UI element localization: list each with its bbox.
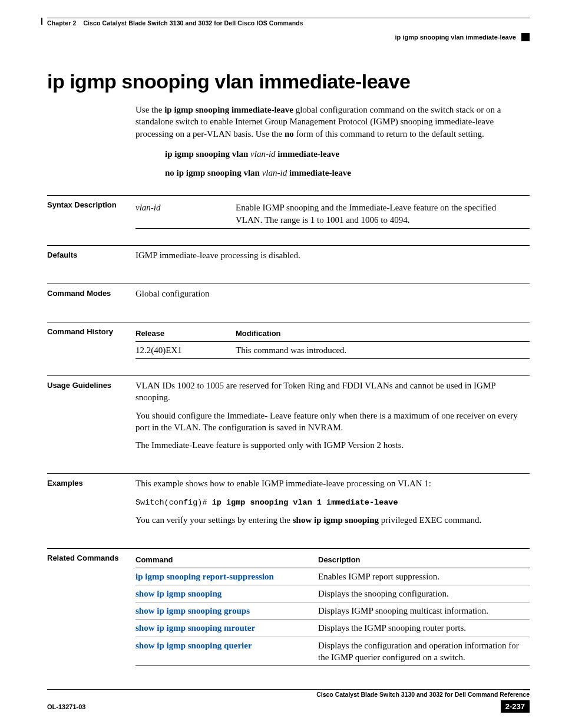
section-syntax-description: Syntax Description vlan-id Enable IGMP s… [47, 195, 530, 229]
section-defaults: Defaults IGMP immediate-leave processing… [47, 245, 530, 267]
section-label: Command Modes [47, 288, 135, 298]
arg-desc: Enable IGMP snooping and the Immediate-L… [236, 199, 530, 228]
section-label: Examples [47, 477, 135, 487]
history-modification: This command was introduced. [236, 341, 530, 358]
page-title: ip igmp snooping vlan immediate-leave [47, 70, 530, 93]
table-row: ip igmp snooping report-suppression Enab… [135, 568, 530, 585]
chapter-header: Chapter 2 Cisco Catalyst Blade Switch 31… [47, 19, 530, 27]
footer-docnum: OL-13271-03 [47, 703, 85, 710]
command-modes-text: Global configuration [135, 288, 530, 299]
example-intro: This example shows how to enable IGMP im… [135, 477, 530, 489]
section-examples: Examples This example shows how to enabl… [47, 473, 530, 532]
intro-paragraph: Use the ip igmp snooping immediate-leave… [135, 104, 530, 140]
related-desc: Displays the configuration and operation… [318, 637, 530, 666]
col-modification: Modification [236, 326, 530, 341]
syntax-no-form: no ip igmp snooping vlan vlan-id immedia… [165, 167, 530, 179]
footer-page-number: 2-237 [501, 700, 530, 713]
col-command: Command [135, 552, 318, 568]
related-desc: Displays the snooping configuration. [318, 585, 530, 602]
related-desc: Displays IGMP snooping multicast informa… [318, 602, 530, 620]
related-desc: Displays the IGMP snooping router ports. [318, 620, 530, 637]
syntax-form: ip igmp snooping vlan vlan-id immediate-… [165, 148, 530, 160]
related-command-link[interactable]: show ip igmp snooping mrouter [135, 623, 255, 633]
usage-p2: You should configure the Immediate- Leav… [135, 410, 530, 434]
usage-p1: VLAN IDs 1002 to 1005 are reserved for T… [135, 380, 530, 404]
section-label: Syntax Description [47, 199, 135, 209]
section-related-commands: Related Commands Command Description ip … [47, 548, 530, 666]
section-label: Usage Guidelines [47, 380, 135, 390]
defaults-text: IGMP immediate-leave processing is disab… [135, 249, 530, 261]
table-row: show ip igmp snooping querier Displays t… [135, 637, 530, 666]
section-command-modes: Command Modes Global configuration [47, 284, 530, 305]
section-command-history: Command History Release Modification 12.… [47, 322, 530, 359]
col-release: Release [135, 326, 236, 341]
related-command-link[interactable]: show ip igmp snooping querier [135, 641, 252, 650]
history-release: 12.2(40)EX1 [135, 341, 236, 358]
table-row: show ip igmp snooping groups Displays IG… [135, 602, 530, 620]
related-desc: Enables IGMP report suppression. [318, 568, 530, 585]
chapter-title: Cisco Catalyst Blade Switch 3130 and 303… [83, 19, 303, 27]
header-topic: ip igmp snooping vlan immediate-leave [395, 34, 516, 41]
header-end-icon [521, 33, 530, 41]
related-command-link[interactable]: ip igmp snooping report-suppression [135, 572, 274, 581]
related-command-link[interactable]: show ip igmp snooping groups [135, 606, 250, 615]
section-usage-guidelines: Usage Guidelines VLAN IDs 1002 to 1005 a… [47, 375, 530, 457]
example-code: Switch(config)# ip igmp snooping vlan 1 … [135, 496, 530, 508]
page-footer: Cisco Catalyst Blade Switch 3130 and 303… [47, 689, 530, 713]
section-label: Related Commands [47, 552, 135, 562]
usage-p3: The Immediate-Leave feature is supported… [135, 439, 530, 451]
table-row: show ip igmp snooping Displays the snoop… [135, 585, 530, 602]
arg-name: vlan-id [135, 199, 236, 228]
section-label: Command History [47, 326, 135, 336]
related-command-link[interactable]: show ip igmp snooping [135, 589, 222, 598]
section-label: Defaults [47, 249, 135, 259]
chapter-label: Chapter 2 [47, 19, 76, 27]
table-row: show ip igmp snooping mrouter Displays t… [135, 620, 530, 637]
footer-book-title: Cisco Catalyst Blade Switch 3130 and 303… [47, 691, 530, 698]
example-verify: You can verify your settings by entering… [135, 514, 530, 526]
col-description: Description [318, 552, 530, 568]
